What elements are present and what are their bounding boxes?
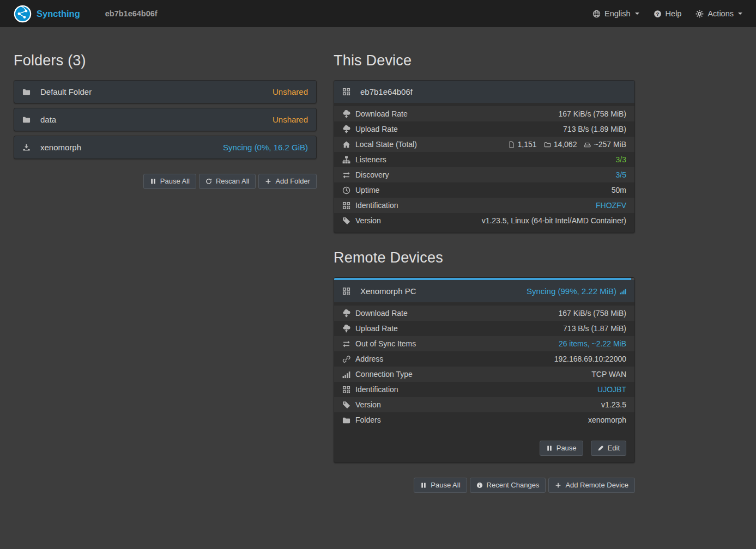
sitemap-icon	[342, 156, 350, 164]
cloud-upload-icon	[342, 125, 350, 133]
folder-row-xenomorph[interactable]: xenomorph Syncing (0%, 16.2 GiB)	[14, 136, 316, 158]
help-label: Help	[666, 9, 682, 18]
row-label: Download Rate	[355, 309, 408, 318]
identification-value[interactable]: FHOZFV	[596, 201, 626, 210]
uptime-value: 50m	[612, 186, 626, 194]
qrcode-icon	[342, 386, 350, 394]
remote-device-status: Syncing (99%, 2.22 MiB)	[527, 286, 626, 296]
brand[interactable]: Syncthing	[37, 9, 80, 19]
actions-menu[interactable]: Actions	[695, 9, 742, 18]
refresh-icon	[205, 178, 212, 185]
qrcode-icon	[342, 88, 350, 96]
upload-rate-row: Upload Rate 713 B/s (1.87 MiB)	[334, 321, 634, 336]
row-label: Listeners	[355, 155, 386, 164]
pause-all-label: Pause All	[160, 177, 190, 186]
qrcode-icon	[342, 287, 350, 295]
local-folders-count: 14,062	[554, 140, 577, 149]
add-folder-button[interactable]: Add Folder	[258, 174, 317, 189]
row-label: Identification	[355, 201, 398, 210]
this-device-details: Download Rate 167 KiB/s (758 MiB) Upload…	[334, 103, 634, 233]
cloud-upload-icon	[342, 325, 350, 333]
row-label: Download Rate	[355, 109, 408, 118]
folder-row-data[interactable]: data Unshared	[14, 108, 316, 131]
version-value: v1.23.5	[601, 400, 626, 409]
pause-device-button[interactable]: Pause	[540, 441, 583, 456]
version-value: v1.23.5, Linux (64-bit Intel/AMD Contain…	[482, 216, 626, 225]
edit-device-label: Edit	[608, 444, 620, 453]
folder-status: Syncing (0%, 16.2 GiB)	[223, 143, 308, 152]
row-label: Upload Rate	[355, 324, 398, 333]
folder-status: Unshared	[273, 87, 308, 96]
download-icon	[22, 143, 31, 151]
remote-devices-actions: Pause All Recent Changes Add Remote Devi…	[334, 478, 635, 493]
globe-icon	[592, 10, 601, 18]
pause-all-devices-button[interactable]: Pause All	[414, 478, 467, 493]
language-menu[interactable]: English	[592, 9, 639, 18]
address-value: 192.168.69.10:22000	[554, 355, 626, 363]
row-label: Discovery	[355, 170, 389, 179]
add-remote-device-button[interactable]: Add Remote Device	[548, 478, 635, 493]
qrcode-icon	[342, 202, 350, 210]
identification-row: Identification FHOZFV	[334, 198, 634, 213]
folder-name: data	[40, 115, 273, 124]
version-row: Version v1.23.5	[334, 397, 634, 412]
rescan-all-button[interactable]: Rescan All	[199, 174, 256, 189]
pencil-icon	[597, 445, 604, 452]
remote-device-panel: Xenomorph PC Syncing (99%, 2.22 MiB) Dow…	[334, 277, 635, 463]
row-label: Folders	[355, 416, 381, 424]
remote-device-footer: Pause Edit	[334, 432, 634, 462]
folder-status: Unshared	[273, 115, 308, 124]
this-device-name: eb7b1e64b06f	[360, 87, 626, 96]
add-folder-label: Add Folder	[275, 177, 310, 186]
folders-column: Folders (3) Default Folder Unshared data…	[14, 52, 317, 189]
folder-actions: Pause All Rescan All Add Folder	[14, 174, 317, 189]
this-device-header: eb7b1e64b06f	[334, 81, 634, 103]
rescan-all-label: Rescan All	[216, 177, 249, 186]
recent-changes-label: Recent Changes	[487, 481, 540, 490]
identification-value[interactable]: UJOJBT	[597, 385, 626, 394]
signal-icon	[342, 370, 350, 379]
actions-label: Actions	[707, 9, 734, 18]
caret-down-icon	[635, 13, 639, 15]
main-content: Folders (3) Default Folder Unshared data…	[0, 27, 756, 515]
folder-outline-icon	[544, 141, 551, 148]
tag-icon	[342, 217, 350, 225]
remote-devices-heading: Remote Devices	[334, 249, 635, 266]
remote-device-name: Xenomorph PC	[360, 286, 527, 296]
plus-icon	[265, 178, 271, 185]
navbar-left: Syncthing eb7b1e64b06f	[14, 5, 158, 23]
add-remote-device-label: Add Remote Device	[565, 481, 628, 490]
row-value: 167 KiB/s (758 MiB)	[559, 109, 627, 118]
remote-device-details: Download Rate 167 KiB/s (758 MiB) Upload…	[334, 302, 634, 432]
folders-heading: Folders (3)	[14, 52, 317, 69]
row-value: 713 B/s (1.87 MiB)	[563, 324, 626, 333]
link-icon	[342, 355, 350, 363]
pause-icon	[420, 482, 427, 489]
remote-device-header[interactable]: Xenomorph PC Syncing (99%, 2.22 MiB)	[334, 280, 634, 302]
identification-row: Identification UJOJBT	[334, 382, 634, 397]
folder-name: Default Folder	[40, 87, 273, 96]
help-menu[interactable]: ? Help	[654, 9, 682, 18]
info-circle-icon	[476, 482, 483, 489]
out-of-sync-row: Out of Sync Items 26 items, ~2.22 MiB	[334, 336, 634, 351]
folders-value: xenomorph	[588, 416, 626, 424]
folder-icon	[342, 416, 350, 424]
row-label: Identification	[355, 385, 398, 394]
file-icon	[508, 141, 515, 148]
discovery-value[interactable]: 3/5	[616, 170, 626, 179]
out-of-sync-value[interactable]: 26 items, ~2.22 MiB	[559, 339, 626, 348]
pause-all-folders-button[interactable]: Pause All	[143, 174, 196, 189]
folder-panel-default: Default Folder Unshared	[14, 80, 317, 103]
recent-changes-button[interactable]: Recent Changes	[470, 478, 546, 493]
local-files-count: 1,151	[518, 140, 537, 149]
listeners-value: 3/3	[616, 155, 626, 164]
local-state-row: Local State (Total) 1,151 14,062 ~257 Mi…	[334, 137, 634, 152]
navbar: Syncthing eb7b1e64b06f English ? Help Ac…	[0, 0, 756, 27]
edit-device-button[interactable]: Edit	[591, 441, 626, 456]
folder-icon	[22, 88, 31, 96]
folder-row-default-folder[interactable]: Default Folder Unshared	[14, 81, 316, 103]
upload-rate-row: Upload Rate 713 B/s (1.89 MiB)	[334, 121, 634, 137]
syncthing-logo-icon[interactable]	[14, 5, 32, 23]
version-row: Version v1.23.5, Linux (64-bit Intel/AMD…	[334, 213, 634, 228]
question-circle-icon: ?	[654, 10, 662, 18]
